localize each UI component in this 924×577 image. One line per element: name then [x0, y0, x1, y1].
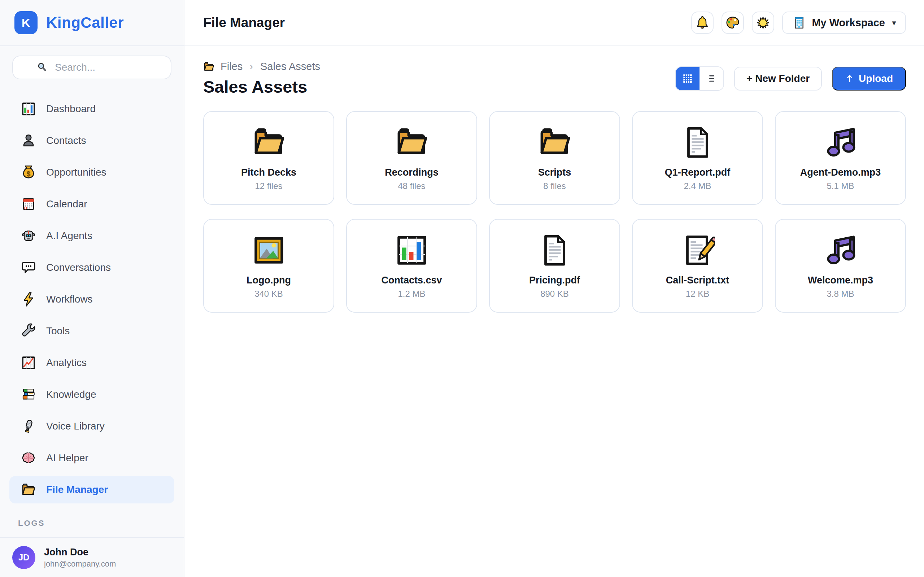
- svg-text:$: $: [27, 170, 31, 178]
- header-actions-wrap: My Workspace ▾: [691, 11, 906, 34]
- bar-chart-icon: [21, 102, 36, 116]
- file-card-logo-png[interactable]: Logo.png340 KB: [203, 219, 334, 313]
- file-meta: 890 KB: [540, 289, 569, 299]
- file-name: Welcome.mp3: [808, 275, 873, 286]
- sidebar-item-label: Knowledge: [46, 389, 96, 400]
- user-email: john@company.com: [44, 559, 116, 569]
- sidebar-item-label: File Manager: [46, 484, 108, 495]
- wrench-icon: [21, 324, 36, 338]
- brand-name: KingCaller: [46, 14, 124, 31]
- speech-bubble-icon: [21, 260, 36, 275]
- magnifier-icon: [36, 61, 48, 74]
- upload-arrow-icon: [845, 74, 855, 83]
- microphone-icon: [21, 419, 36, 434]
- sidebar-item-conversations[interactable]: Conversations: [10, 254, 174, 281]
- file-name: Q1-Report.pdf: [665, 167, 730, 178]
- document-icon: [538, 233, 572, 268]
- file-card-scripts[interactable]: Scripts8 files: [489, 111, 620, 205]
- file-card-recordings[interactable]: Recordings48 files: [346, 111, 477, 205]
- header-action-palette[interactable]: [722, 11, 744, 34]
- file-name: Call-Script.txt: [666, 275, 729, 286]
- breadcrumb: Files › Sales Assets: [203, 61, 320, 73]
- lightning-icon: [21, 292, 36, 307]
- grid-view-icon: [682, 73, 694, 85]
- file-card-welcome-mp3[interactable]: Welcome.mp33.8 MB: [775, 219, 906, 313]
- sidebar-item-tools[interactable]: Tools: [10, 318, 174, 345]
- file-card-call-script-txt[interactable]: Call-Script.txt12 KB: [632, 219, 763, 313]
- breadcrumb-block: Files › Sales Assets Sales Assets: [203, 61, 320, 97]
- office-building-icon: [792, 16, 806, 29]
- sidebar-item-file-manager[interactable]: File Manager: [10, 476, 174, 503]
- framed-picture-icon: [252, 233, 286, 268]
- search-input[interactable]: [55, 62, 156, 73]
- money-bag-icon: $: [21, 165, 36, 180]
- file-card-contacts-csv[interactable]: Contacts.csv1.2 MB: [346, 219, 477, 313]
- file-card-agent-demo-mp3[interactable]: Agent-Demo.mp35.1 MB: [775, 111, 906, 205]
- upload-button[interactable]: Upload: [832, 67, 906, 90]
- file-meta: 2.4 MB: [683, 181, 711, 191]
- sidebar-item-label: AI Helper: [46, 452, 89, 464]
- grid-view-button[interactable]: [676, 67, 699, 90]
- workspace-button[interactable]: My Workspace ▾: [782, 11, 906, 34]
- sidebar-item-opportunities[interactable]: $Opportunities: [10, 159, 174, 186]
- search-box[interactable]: [12, 56, 171, 79]
- music-note-icon: [823, 125, 858, 160]
- sidebar-nav: DashboardContacts$OpportunitiesCalendarA…: [0, 95, 184, 508]
- sidebar-item-contacts[interactable]: Contacts: [10, 127, 174, 154]
- open-folder-icon: [203, 61, 215, 73]
- sidebar-item-label: Contacts: [46, 135, 86, 147]
- header-actions: [691, 11, 774, 34]
- file-card-pricing-pdf[interactable]: Pricing.pdf890 KB: [489, 219, 620, 313]
- user-card[interactable]: JD John Doe john@company.com: [0, 537, 184, 577]
- new-folder-button[interactable]: + New Folder: [734, 67, 822, 90]
- memo-icon: [680, 233, 715, 268]
- sidebar-item-a-i-agents[interactable]: A.I Agents: [10, 222, 174, 250]
- file-meta: 12 KB: [686, 289, 709, 299]
- sidebar-item-label: Calendar: [46, 198, 87, 210]
- open-folder-icon: [252, 125, 286, 160]
- user-info: John Doe john@company.com: [44, 547, 116, 569]
- sidebar-item-label: Workflows: [46, 293, 93, 305]
- file-meta: 340 KB: [254, 289, 283, 299]
- main-area: File Manager My Workspace ▾ Files › Sale…: [184, 0, 924, 577]
- breadcrumb-separator: ›: [248, 61, 254, 72]
- section-title: Sales Assets: [203, 77, 320, 97]
- bell-icon: [695, 16, 709, 30]
- file-name: Pricing.pdf: [529, 275, 580, 286]
- file-card-q1-report-pdf[interactable]: Q1-Report.pdf2.4 MB: [632, 111, 763, 205]
- breadcrumb-files[interactable]: Files: [221, 61, 242, 73]
- header-action-bell[interactable]: [691, 11, 714, 34]
- header-action-sun[interactable]: [752, 11, 774, 34]
- file-name: Contacts.csv: [381, 275, 442, 286]
- sidebar-item-voice-library[interactable]: Voice Library: [10, 413, 174, 440]
- content: Files › Sales Assets Sales Assets + New …: [184, 46, 924, 313]
- content-header: Files › Sales Assets Sales Assets + New …: [203, 61, 906, 97]
- sidebar-item-calendar[interactable]: Calendar: [10, 190, 174, 218]
- brand-logo: K: [15, 11, 37, 34]
- sidebar-item-label: Dashboard: [46, 103, 96, 115]
- document-icon: [680, 125, 715, 160]
- file-name: Pitch Decks: [241, 167, 296, 178]
- file-name: Scripts: [538, 167, 571, 178]
- sidebar-item-label: Analytics: [46, 357, 87, 369]
- file-card-pitch-decks[interactable]: Pitch Decks12 files: [203, 111, 334, 205]
- sidebar-item-analytics[interactable]: Analytics: [10, 349, 174, 377]
- sidebar-item-workflows[interactable]: Workflows: [10, 285, 174, 313]
- open-folder-icon: [538, 125, 572, 160]
- sidebar-item-dashboard[interactable]: Dashboard: [10, 95, 174, 122]
- sidebar-item-label: Opportunities: [46, 167, 107, 178]
- toolbar: + New Folder Upload: [675, 66, 906, 91]
- file-meta: 8 files: [543, 181, 566, 191]
- breadcrumb-current: Sales Assets: [260, 61, 320, 73]
- list-view-button[interactable]: [699, 67, 723, 90]
- file-meta: 5.1 MB: [827, 181, 854, 191]
- robot-icon: [21, 228, 36, 243]
- upload-label: Upload: [859, 73, 893, 84]
- sidebar-item-knowledge[interactable]: Knowledge: [10, 381, 174, 408]
- avatar: JD: [12, 546, 36, 569]
- sidebar-item-ai-helper[interactable]: AI Helper: [10, 444, 174, 472]
- sidebar-item-label: Tools: [46, 325, 69, 337]
- calendar-icon: [21, 197, 36, 212]
- user-name: John Doe: [44, 547, 116, 558]
- sidebar-item-label: Voice Library: [46, 421, 105, 432]
